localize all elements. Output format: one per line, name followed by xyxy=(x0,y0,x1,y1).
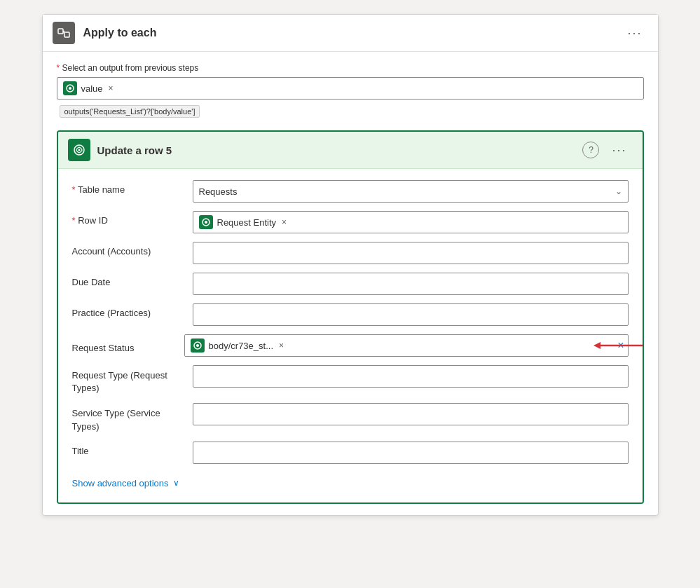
request-status-label: Request Status xyxy=(72,339,184,353)
dataverse-icon xyxy=(68,139,90,161)
show-advanced-chevron-icon: ∨ xyxy=(173,478,179,488)
row-id-token-close-button[interactable]: × xyxy=(280,218,288,226)
red-arrow-annotation xyxy=(593,339,644,353)
service-type-input[interactable] xyxy=(193,403,629,425)
service-type-label: Service Type (Service Types) xyxy=(72,403,184,432)
inner-header-left: Update a row 5 xyxy=(68,139,172,161)
row-id-label: Row ID xyxy=(72,211,184,226)
show-advanced-wrapper: Show advanced options ∨ xyxy=(72,472,629,491)
table-name-chevron-icon: ⌄ xyxy=(615,186,622,196)
request-status-token-icon xyxy=(191,339,205,353)
inner-header: Update a row 5 ? ··· xyxy=(58,132,643,169)
value-token-icon xyxy=(63,81,77,95)
tooltip-tag-wrapper: outputs('Requests_List')?['body/value'] xyxy=(57,105,644,123)
outer-header-left: Apply to each xyxy=(53,22,157,44)
show-advanced-label: Show advanced options xyxy=(72,478,169,488)
service-type-row: Service Type (Service Types) xyxy=(72,403,629,432)
table-name-row: Table name Requests ⌄ xyxy=(72,180,629,203)
account-label: Account (Accounts) xyxy=(72,242,184,257)
due-date-label: Due Date xyxy=(72,273,184,287)
outer-card: Apply to each ··· Select an output from … xyxy=(42,14,659,516)
inner-title: Update a row 5 xyxy=(97,144,172,156)
request-status-input-wrapper: body/cr73e_st... × × xyxy=(184,334,629,357)
due-date-input[interactable] xyxy=(193,273,629,295)
title-row: Title xyxy=(72,442,629,464)
value-token-text: value xyxy=(81,83,103,94)
svg-marker-10 xyxy=(593,342,601,349)
request-type-row: Request Type (Request Types) xyxy=(72,365,629,395)
svg-point-8 xyxy=(196,344,199,347)
svg-rect-1 xyxy=(64,32,69,37)
row-id-token-icon xyxy=(199,215,213,229)
help-button[interactable]: ? xyxy=(582,142,599,158)
svg-rect-0 xyxy=(58,29,63,34)
request-type-input[interactable] xyxy=(193,365,629,388)
value-token-input[interactable]: value × xyxy=(57,77,644,100)
title-input[interactable] xyxy=(193,442,629,464)
outer-ellipsis-button[interactable]: ··· xyxy=(622,23,647,43)
request-status-token-close-button[interactable]: × xyxy=(277,341,285,350)
value-token-close-button[interactable]: × xyxy=(107,84,115,93)
outer-title: Apply to each xyxy=(83,27,157,39)
practice-label: Practice (Practices) xyxy=(72,303,184,318)
account-row: Account (Accounts) xyxy=(72,242,629,264)
loop-icon xyxy=(53,22,75,44)
request-status-token-text: body/cr73e_st... xyxy=(209,341,274,351)
row-id-token-input[interactable]: Request Entity × xyxy=(193,211,629,233)
practice-input[interactable] xyxy=(193,303,629,326)
request-status-token-input[interactable]: body/cr73e_st... × xyxy=(184,334,629,357)
inner-header-right: ? ··· xyxy=(582,140,632,160)
outer-header: Apply to each ··· xyxy=(43,15,658,52)
show-advanced-button[interactable]: Show advanced options ∨ xyxy=(72,472,179,491)
value-token-chip: value × xyxy=(63,81,115,95)
table-name-input-wrapper: Requests ⌄ xyxy=(193,180,629,203)
due-date-row: Due Date xyxy=(72,273,629,295)
account-input[interactable] xyxy=(193,242,629,264)
row-id-token-text: Request Entity xyxy=(217,217,277,228)
select-output-label: Select an output from previous steps xyxy=(57,63,644,73)
request-status-row: Request Status body/cr73e_st... × xyxy=(72,334,629,357)
title-label: Title xyxy=(72,442,184,456)
table-name-label: Table name xyxy=(72,180,184,195)
outer-body: Select an output from previous steps val… xyxy=(43,52,658,515)
svg-point-6 xyxy=(205,221,207,224)
row-id-input-wrapper: Request Entity × xyxy=(193,211,629,233)
table-name-value: Requests xyxy=(199,186,238,197)
inner-card: Update a row 5 ? ··· Table name Requests… xyxy=(57,130,644,504)
svg-point-4 xyxy=(78,149,80,151)
tooltip-tag: outputs('Requests_List')?['body/value'] xyxy=(60,105,200,118)
inner-form-body: Table name Requests ⌄ Row ID xyxy=(58,169,643,502)
inner-ellipsis-button[interactable]: ··· xyxy=(606,140,632,160)
request-type-label: Request Type (Request Types) xyxy=(72,365,184,395)
row-id-row: Row ID Request Entity × xyxy=(72,211,629,233)
practice-row: Practice (Practices) xyxy=(72,303,629,326)
table-name-dropdown[interactable]: Requests ⌄ xyxy=(193,180,629,203)
